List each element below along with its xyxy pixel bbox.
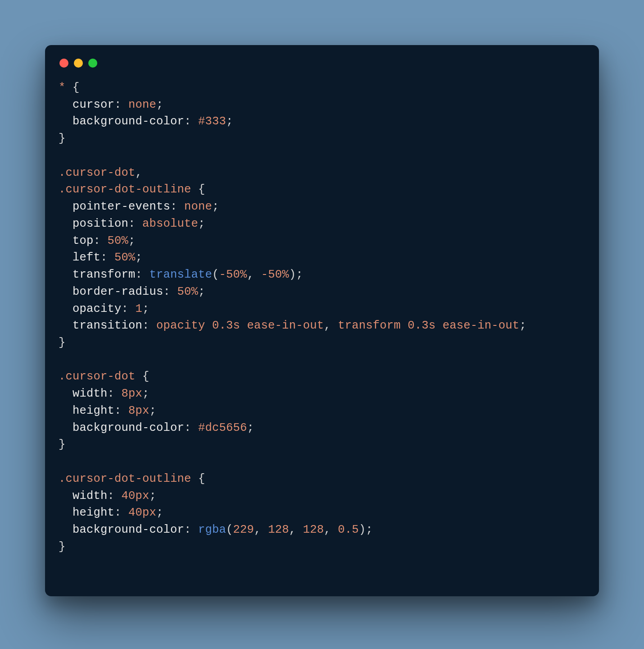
property: left <box>73 251 100 264</box>
value: 8px <box>128 404 150 417</box>
property: background-color <box>73 421 184 434</box>
code-editor: * { cursor: none; background-color: #333… <box>59 79 585 556</box>
brace-close: } <box>59 336 66 349</box>
property: position <box>73 217 128 230</box>
function: rgba <box>198 523 226 536</box>
code-line: position: absolute; <box>59 217 205 230</box>
code-line: background-color: #dc5656; <box>59 421 254 434</box>
code-line: background-color: #333; <box>59 115 233 128</box>
property: height <box>73 404 114 417</box>
selector: .cursor-dot <box>59 370 136 383</box>
code-line: .cursor-dot, <box>59 166 142 179</box>
code-line: width: 40px; <box>59 489 156 503</box>
brace-close: } <box>59 438 66 451</box>
brace-open: { <box>191 472 205 485</box>
brace-open: { <box>136 370 150 383</box>
value: 40px <box>128 506 156 519</box>
selector: .cursor-dot-outline <box>59 472 191 485</box>
code-line: height: 8px; <box>59 404 156 417</box>
code-line: * { <box>59 81 80 94</box>
property: top <box>73 234 94 247</box>
code-line: background-color: rgba(229, 128, 128, 0.… <box>59 523 373 536</box>
property: transition <box>73 319 142 332</box>
value: none <box>184 200 212 213</box>
property: height <box>73 506 114 519</box>
code-line: left: 50%; <box>59 251 142 264</box>
property: pointer-events <box>73 200 170 213</box>
code-line: transform: translate(-50%, -50%); <box>59 268 303 281</box>
value: #333 <box>198 115 226 128</box>
property: cursor <box>73 98 114 111</box>
selector: .cursor-dot <box>59 166 136 179</box>
code-line: top: 50%; <box>59 234 136 247</box>
code-line: .cursor-dot { <box>59 370 150 383</box>
value: 50% <box>114 251 136 264</box>
property: width <box>73 489 108 503</box>
value: none <box>128 98 156 111</box>
value: #dc5656 <box>198 421 247 434</box>
function: translate <box>150 268 213 281</box>
window-controls <box>59 59 585 68</box>
minimize-icon[interactable] <box>74 59 83 68</box>
maximize-icon[interactable] <box>88 59 97 68</box>
code-line: border-radius: 50%; <box>59 285 205 298</box>
property: opacity <box>73 302 122 315</box>
property: transform <box>73 268 136 281</box>
brace-open: { <box>191 183 205 196</box>
code-line: } <box>59 540 66 553</box>
code-line: .cursor-dot-outline { <box>59 183 205 196</box>
code-line: pointer-events: none; <box>59 200 219 213</box>
brace-open: { <box>66 81 80 94</box>
code-line: transition: opacity 0.3s ease-in-out, tr… <box>59 319 526 332</box>
value: 8px <box>122 387 143 400</box>
selector: .cursor-dot-outline <box>59 183 191 196</box>
code-line: } <box>59 132 66 145</box>
value: 1 <box>136 302 143 315</box>
code-window: * { cursor: none; background-color: #333… <box>45 45 599 596</box>
value: 50% <box>108 234 129 247</box>
code-line: opacity: 1; <box>59 302 150 315</box>
selector: * <box>59 81 66 94</box>
close-icon[interactable] <box>59 59 68 68</box>
property: background-color <box>73 115 184 128</box>
property: background-color <box>73 523 184 536</box>
code-line: width: 8px; <box>59 387 150 400</box>
brace-close: } <box>59 132 66 145</box>
property: width <box>73 387 108 400</box>
value: 50% <box>177 285 199 298</box>
brace-close: } <box>59 540 66 553</box>
code-line: .cursor-dot-outline { <box>59 472 205 485</box>
code-line: } <box>59 336 66 349</box>
code-line: height: 40px; <box>59 506 163 519</box>
code-line: } <box>59 438 66 451</box>
value: 40px <box>122 489 150 503</box>
code-line: cursor: none; <box>59 98 163 111</box>
property: border-radius <box>73 285 163 298</box>
value: absolute <box>142 217 198 230</box>
